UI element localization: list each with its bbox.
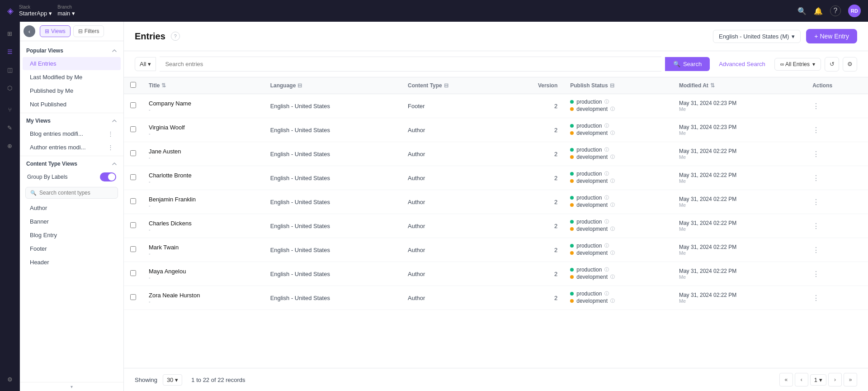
nav-item-last-modified[interactable]: Last Modified by Me — [23, 71, 121, 84]
development-info-icon-7[interactable]: ⓘ — [610, 274, 615, 280]
advanced-search-button[interactable]: Advanced Search — [713, 57, 771, 71]
bell-icon[interactable]: 🔔 — [814, 7, 823, 15]
entry-title-5[interactable]: Charles Dickens — [149, 220, 258, 227]
production-info-icon-3[interactable]: ⓘ — [604, 171, 609, 177]
language-selector[interactable]: English - United States (M) ▾ — [713, 30, 801, 43]
row-action-menu-2[interactable]: ⋮ — [812, 150, 820, 158]
sidebar-icon-edit[interactable]: ✎ — [2, 119, 18, 136]
entry-title-7[interactable]: Maya Angelou — [149, 268, 258, 275]
production-info-icon-8[interactable]: ⓘ — [604, 291, 609, 297]
first-page-button[interactable]: « — [779, 373, 793, 386]
entry-title-2[interactable]: Jane Austen — [149, 148, 258, 155]
sidebar-icon-layers[interactable]: ◫ — [2, 62, 18, 78]
row-action-menu-0[interactable]: ⋮ — [812, 102, 820, 110]
development-info-icon-6[interactable]: ⓘ — [610, 250, 615, 256]
prev-page-button[interactable]: ‹ — [795, 373, 808, 386]
refresh-button[interactable]: ↺ — [825, 57, 839, 72]
row-action-menu-7[interactable]: ⋮ — [812, 270, 820, 278]
search-content-types-input[interactable] — [39, 190, 113, 196]
row-action-menu-6[interactable]: ⋮ — [812, 246, 820, 254]
search-input[interactable] — [160, 57, 661, 72]
search-button[interactable]: 🔍 Search — [665, 57, 710, 71]
avatar[interactable]: RD — [848, 5, 861, 17]
new-entry-button[interactable]: + New Entry — [806, 29, 857, 43]
publish-status-filter-icon[interactable]: ⊟ — [610, 82, 614, 89]
modified-sort-icon[interactable]: ⇅ — [710, 82, 715, 89]
production-info-icon-7[interactable]: ⓘ — [604, 267, 609, 273]
development-info-icon-3[interactable]: ⓘ — [610, 178, 615, 184]
entry-title-4[interactable]: Benjamin Franklin — [149, 196, 258, 203]
entry-title-1[interactable]: Virginia Woolf — [149, 124, 258, 131]
sidebar-icon-settings[interactable]: ⚙ — [2, 371, 18, 387]
row-checkbox-3[interactable] — [130, 174, 136, 180]
production-info-icon-5[interactable]: ⓘ — [604, 219, 609, 225]
row-action-menu-1[interactable]: ⋮ — [812, 126, 820, 134]
next-page-button[interactable]: › — [828, 373, 842, 386]
development-info-icon-2[interactable]: ⓘ — [610, 154, 615, 160]
content-type-footer[interactable]: Footer — [23, 242, 121, 255]
help-icon[interactable]: ? — [830, 5, 841, 16]
all-entries-dropdown[interactable]: ∞ All Entries ▾ — [774, 58, 821, 71]
language-filter-icon[interactable]: ⊟ — [297, 82, 302, 89]
sidebar-icon-branch[interactable]: ⑂ — [2, 101, 18, 118]
row-checkbox-6[interactable] — [130, 246, 136, 252]
content-type-filter-icon[interactable]: ⊟ — [444, 82, 448, 89]
production-info-icon-0[interactable]: ⓘ — [604, 99, 609, 105]
row-checkbox-2[interactable] — [130, 150, 136, 156]
row-checkbox-4[interactable] — [130, 198, 136, 204]
row-checkbox-1[interactable] — [130, 126, 136, 132]
production-info-icon-2[interactable]: ⓘ — [604, 147, 609, 153]
entry-title-3[interactable]: Charlotte Bronte — [149, 172, 258, 179]
content-type-header[interactable]: Header — [23, 256, 121, 269]
popular-views-section-header[interactable]: Popular Views — [20, 45, 123, 57]
select-all-checkbox[interactable] — [130, 82, 136, 88]
my-views-section-header[interactable]: My Views — [20, 115, 123, 127]
row-checkbox-7[interactable] — [130, 270, 136, 276]
production-info-icon-1[interactable]: ⓘ — [604, 123, 609, 129]
group-by-toggle[interactable] — [100, 172, 116, 181]
development-info-icon-5[interactable]: ⓘ — [610, 226, 615, 232]
my-view-item-2[interactable]: Author entries modi... ⋮ — [23, 141, 121, 154]
nav-item-not-published[interactable]: Not Published — [23, 98, 121, 111]
content-type-banner[interactable]: Banner — [23, 215, 121, 228]
entries-help-icon[interactable]: ? — [171, 32, 180, 41]
my-view-more-icon-2[interactable]: ⋮ — [108, 144, 113, 151]
entry-title-6[interactable]: Mark Twain — [149, 244, 258, 251]
stack-name[interactable]: StarterApp ▾ — [19, 10, 52, 17]
sidebar-icon-list[interactable]: ☰ — [2, 43, 18, 60]
filters-button[interactable]: ⊟ Filters — [73, 25, 104, 37]
row-checkbox-0[interactable] — [130, 102, 136, 108]
development-info-icon-0[interactable]: ⓘ — [610, 106, 615, 112]
search-icon[interactable]: 🔍 — [797, 7, 807, 15]
per-page-select[interactable]: 30 ▾ — [163, 374, 182, 386]
development-info-icon-4[interactable]: ⓘ — [610, 202, 615, 208]
back-button[interactable]: ‹ — [24, 25, 35, 37]
development-info-icon-8[interactable]: ⓘ — [610, 298, 615, 304]
my-view-item-1[interactable]: Blog entries modifi... ⋮ — [23, 127, 121, 140]
entry-title-0[interactable]: Company Name — [149, 100, 258, 107]
row-action-menu-3[interactable]: ⋮ — [812, 174, 820, 182]
settings-button[interactable]: ⚙ — [843, 57, 857, 72]
nav-item-published-by-me[interactable]: Published by Me — [23, 84, 121, 97]
content-type-blog-entry[interactable]: Blog Entry — [23, 229, 121, 242]
sidebar-icon-shape[interactable]: ⬡ — [2, 80, 18, 96]
my-view-more-icon-1[interactable]: ⋮ — [108, 130, 113, 137]
row-checkbox-5[interactable] — [130, 222, 136, 228]
row-action-menu-8[interactable]: ⋮ — [812, 294, 820, 302]
content-type-views-section-header[interactable]: Content Type Views — [20, 158, 123, 170]
search-filter-select[interactable]: All ▾ — [135, 57, 156, 71]
entry-title-8[interactable]: Zora Neale Hurston — [149, 292, 258, 299]
title-sort-icon[interactable]: ⇅ — [161, 82, 166, 89]
production-info-icon-6[interactable]: ⓘ — [604, 243, 609, 249]
sidebar-icon-plugin[interactable]: ⊕ — [2, 138, 18, 154]
branch-name[interactable]: main ▾ — [57, 10, 75, 17]
last-page-button[interactable]: » — [844, 373, 857, 386]
production-info-icon-4[interactable]: ⓘ — [604, 195, 609, 201]
development-info-icon-1[interactable]: ⓘ — [610, 130, 615, 136]
content-type-author[interactable]: Author — [23, 201, 121, 215]
views-button[interactable]: ⊞ Views — [40, 25, 71, 37]
row-action-menu-5[interactable]: ⋮ — [812, 222, 820, 230]
nav-item-all-entries[interactable]: All Entries — [23, 57, 121, 70]
sidebar-icon-grid[interactable]: ⊞ — [2, 25, 18, 42]
row-checkbox-8[interactable] — [130, 294, 136, 300]
